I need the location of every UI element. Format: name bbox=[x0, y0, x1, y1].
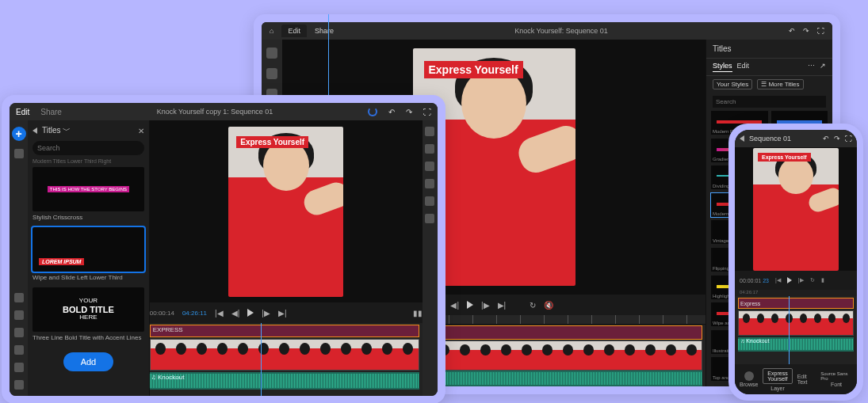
phone-transport: 00:00:01 23 |◀ |▶ ↻ ▮ bbox=[735, 271, 857, 290]
speed-icon[interactable] bbox=[425, 196, 434, 206]
playhead[interactable] bbox=[789, 296, 790, 364]
audio-icon[interactable] bbox=[425, 162, 434, 171]
your-styles-chip[interactable]: Your Styles bbox=[713, 79, 752, 89]
preset-label: Stylish Crisscross bbox=[33, 211, 144, 226]
loop-icon[interactable]: ↻ bbox=[530, 301, 536, 310]
phone-device: Sequence 01 ↶ ↷ ⛶ Express Yourself 00:00… bbox=[728, 124, 863, 401]
color-icon[interactable] bbox=[425, 179, 434, 188]
more-titles-chip[interactable]: ☰ More Titles bbox=[757, 79, 803, 89]
tab-edit[interactable]: Edit bbox=[16, 108, 29, 116]
back-icon[interactable] bbox=[740, 135, 744, 142]
tablet-titles-panel: Titles ﹀ ✕ Modern Titles Lower Third Rig… bbox=[28, 120, 150, 396]
list-icon[interactable] bbox=[14, 363, 24, 372]
more-icon[interactable]: ⋯ bbox=[808, 62, 815, 72]
video-preview[interactable]: Express Yourself bbox=[228, 127, 343, 297]
trash-icon[interactable] bbox=[14, 345, 24, 355]
redo-icon[interactable]: ↷ bbox=[803, 27, 809, 35]
step-back-icon[interactable]: ◀| bbox=[450, 301, 459, 310]
mute-icon[interactable]: 🔇 bbox=[544, 301, 553, 310]
phone-topbar: Sequence 01 ↶ ↷ ⛶ bbox=[735, 130, 857, 147]
play-icon[interactable] bbox=[247, 309, 254, 317]
tablet-timeline[interactable]: EXPRESS ♫ Knockout bbox=[150, 323, 423, 396]
back-icon[interactable] bbox=[33, 127, 37, 134]
preset-sample: LOREM IPSUM bbox=[39, 258, 84, 265]
title-chip[interactable]: Express Yourself bbox=[763, 368, 792, 384]
home-icon[interactable]: ⌂ bbox=[270, 27, 273, 35]
undo-icon[interactable]: ↶ bbox=[823, 135, 829, 143]
fullscreen-icon[interactable]: ⛶ bbox=[423, 108, 431, 116]
copy-icon[interactable] bbox=[14, 328, 24, 337]
video-track[interactable] bbox=[738, 310, 854, 336]
expand-icon[interactable]: ↗ bbox=[820, 62, 826, 72]
layer-label[interactable]: Layer bbox=[770, 386, 785, 391]
transform-icon[interactable] bbox=[425, 214, 434, 223]
step-fwd-icon[interactable]: |▶ bbox=[262, 309, 270, 317]
category-label: Modern Titles Lower Third Right bbox=[28, 158, 149, 167]
preset-sample: YOUR BOLD TITLE HERE bbox=[63, 298, 114, 321]
tool-icon[interactable] bbox=[14, 380, 24, 390]
tablet-right-rail bbox=[423, 120, 438, 396]
levels-icon[interactable]: ▮ bbox=[821, 277, 824, 283]
video-track[interactable] bbox=[150, 339, 419, 371]
audio-track[interactable]: ♫ Knockout bbox=[150, 372, 419, 390]
browse-button[interactable]: Browse bbox=[740, 371, 758, 387]
loop-icon[interactable]: ↻ bbox=[810, 277, 815, 283]
tab-styles[interactable]: Styles bbox=[713, 62, 732, 72]
tablet-preview: Express Yourself bbox=[150, 120, 423, 302]
search-input[interactable] bbox=[33, 141, 144, 155]
play-icon[interactable] bbox=[467, 301, 473, 309]
playhead[interactable] bbox=[261, 323, 262, 396]
tool-icon[interactable] bbox=[14, 149, 24, 158]
tablet-topbar: Edit Share Knock Yourself copy 1: Sequen… bbox=[10, 103, 438, 120]
phone-timeline[interactable]: Express ♫ Knockout bbox=[735, 296, 857, 364]
title-clip[interactable]: Express bbox=[738, 298, 854, 309]
time-current: 00:00:01 23 bbox=[740, 278, 769, 283]
tablet-left-rail: + bbox=[10, 120, 28, 396]
redo-icon[interactable]: ↷ bbox=[834, 135, 840, 143]
tab-edit-panel[interactable]: Edit bbox=[737, 62, 750, 72]
skip-end-icon[interactable]: ▶| bbox=[498, 301, 507, 310]
step-fwd-icon[interactable]: |▶ bbox=[481, 301, 490, 310]
title-overlay: Express Yourself bbox=[236, 136, 308, 148]
add-button[interactable]: Add bbox=[63, 352, 114, 371]
close-icon[interactable]: ✕ bbox=[138, 127, 144, 135]
tab-share[interactable]: Share bbox=[40, 108, 62, 116]
step-back-icon[interactable]: ◀| bbox=[231, 309, 240, 317]
skip-start-icon[interactable]: |◀ bbox=[215, 309, 224, 317]
tab-edit[interactable]: Edit bbox=[281, 25, 307, 37]
add-button[interactable]: + bbox=[12, 127, 26, 141]
tool-icon[interactable] bbox=[14, 293, 24, 302]
undo-icon[interactable]: ↶ bbox=[789, 27, 795, 35]
tablet-transport: 00:00:14 04:26:11 |◀ ◀| |▶ ▶| ▮▮ bbox=[150, 302, 423, 323]
title-clip[interactable]: EXPRESS bbox=[150, 325, 419, 337]
redo-icon[interactable]: ↷ bbox=[406, 108, 412, 116]
tool-icon[interactable] bbox=[266, 68, 277, 79]
search-input[interactable] bbox=[713, 96, 826, 108]
skip-end-icon[interactable]: ▶| bbox=[278, 309, 287, 317]
audio-track[interactable]: ♫ Knockout bbox=[738, 337, 854, 352]
adjust-icon[interactable] bbox=[425, 144, 434, 154]
font-button[interactable]: Source Sans Pro Font bbox=[820, 371, 852, 387]
step-fwd-icon[interactable]: |▶ bbox=[798, 277, 804, 283]
panel-heading[interactable]: Titles ﹀ bbox=[42, 125, 133, 136]
fullscreen-icon[interactable]: ⛶ bbox=[817, 27, 824, 35]
video-preview[interactable]: Express Yourself bbox=[753, 148, 839, 271]
tool-icon[interactable] bbox=[266, 48, 277, 59]
title-preset[interactable]: THIS IS HOW THE STORY BEGINS bbox=[33, 167, 144, 211]
title-preset[interactable]: YOUR BOLD TITLE HERE bbox=[33, 287, 144, 332]
title-overlay: Express Yourself bbox=[758, 153, 811, 162]
preset-sample: THIS IS HOW THE STORY BEGINS bbox=[48, 186, 129, 192]
export-icon[interactable] bbox=[425, 127, 434, 136]
time-total: 04:26:17 bbox=[735, 290, 857, 296]
play-icon[interactable] bbox=[787, 277, 792, 283]
levels-icon[interactable]: ▮▮ bbox=[413, 309, 423, 317]
undo-icon[interactable]: ↶ bbox=[388, 108, 395, 116]
fullscreen-icon[interactable]: ⛶ bbox=[845, 135, 852, 143]
skip-start-icon[interactable]: |◀ bbox=[775, 277, 781, 283]
edit-text-button[interactable]: Edit Text bbox=[797, 374, 816, 385]
document-title: Sequence 01 bbox=[749, 135, 818, 143]
loading-spinner-icon bbox=[368, 107, 377, 116]
scissors-icon[interactable] bbox=[14, 310, 24, 320]
tab-share[interactable]: Share bbox=[315, 27, 334, 35]
title-preset-selected[interactable]: LOREM IPSUM bbox=[33, 227, 144, 272]
